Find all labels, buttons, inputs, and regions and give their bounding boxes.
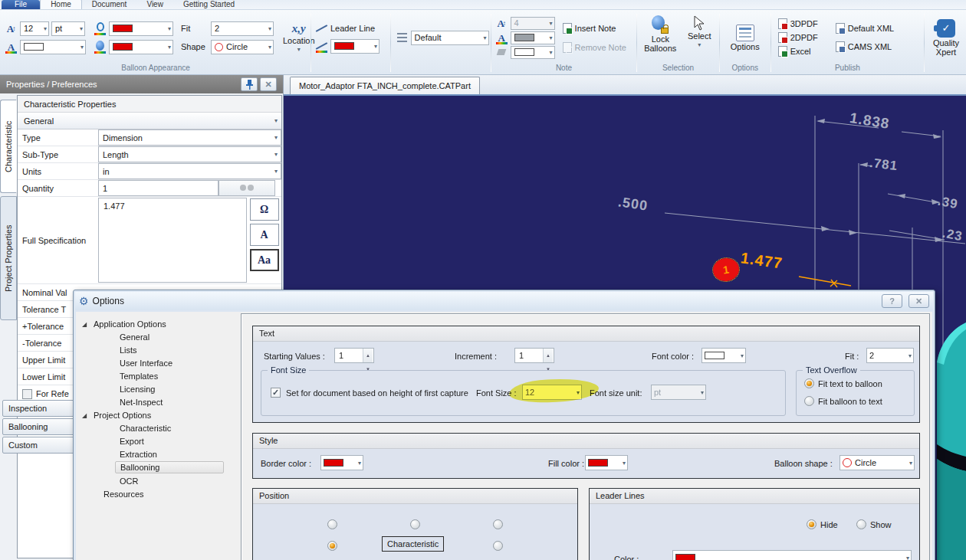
tree-resources[interactable]: Resources bbox=[104, 488, 144, 500]
vtab-characteristic[interactable]: Characteristic bbox=[0, 100, 17, 193]
quantity-link-button[interactable] bbox=[219, 180, 275, 196]
tab-file[interactable]: File bbox=[2, 0, 40, 9]
remove-note-button[interactable]: Remove Note bbox=[560, 41, 629, 54]
select-button[interactable]: Select ▾ bbox=[682, 14, 717, 50]
units-combo[interactable]: in▾ bbox=[98, 163, 281, 179]
options-button[interactable]: Options bbox=[727, 23, 764, 53]
note-font-color-combo[interactable]: ▾ bbox=[511, 31, 555, 44]
ribbon-body: A↕ 12▾ pt▾ A ▾ ▾ bbox=[0, 10, 966, 74]
note-fill-color-combo[interactable]: ▾ bbox=[511, 46, 555, 59]
increment-spinner[interactable]: 1▲▼ bbox=[514, 348, 554, 363]
balloon-font-color-combo[interactable]: ▾ bbox=[20, 40, 86, 54]
dialog-titlebar[interactable]: ⚙ Options ? ✕ bbox=[75, 292, 933, 310]
omega-symbol-button[interactable]: Ω bbox=[250, 198, 279, 221]
group-label-balloon-appearance: Balloon Appearance bbox=[2, 64, 309, 74]
pin-button[interactable] bbox=[241, 77, 258, 91]
leader-color-combo[interactable]: ▾ bbox=[672, 550, 912, 560]
balloon-border-color-combo[interactable]: ▾ bbox=[109, 21, 173, 36]
fit-balloon-to-text-radio[interactable] bbox=[804, 396, 814, 406]
balloon-font-size-combo[interactable]: 12▾ bbox=[20, 21, 49, 36]
publish-3dpdf-button[interactable]: 3DPDF bbox=[775, 18, 821, 30]
increment-label: Increment : bbox=[455, 352, 497, 361]
numbered-list-icon bbox=[396, 31, 409, 44]
vtab-project-properties[interactable]: Project Properties bbox=[0, 196, 17, 320]
position-group-title: Position bbox=[253, 489, 577, 504]
publish-default-xml-button[interactable]: Default XML bbox=[833, 22, 898, 34]
type-combo[interactable]: Dimension▾ bbox=[98, 129, 281, 146]
quality-xpert-button[interactable]: ✓ Quality Xpert bbox=[925, 18, 966, 58]
font-color-combo[interactable]: ▾ bbox=[702, 348, 746, 363]
fit-text-to-balloon-radio[interactable] bbox=[804, 378, 814, 388]
fit-combo[interactable]: 2▾ bbox=[211, 21, 274, 36]
tab-home[interactable]: Home bbox=[40, 0, 82, 9]
position-top-left-radio[interactable] bbox=[327, 519, 337, 529]
position-left-radio[interactable] bbox=[327, 541, 337, 551]
publish-2dpdf-button[interactable]: 2DPDF bbox=[775, 31, 821, 44]
position-top-center-radio[interactable] bbox=[410, 519, 420, 529]
quantity-input[interactable]: 1 bbox=[98, 180, 219, 196]
leader-color-label: Color : bbox=[614, 555, 639, 560]
balloon-font-unit-combo[interactable]: pt▾ bbox=[51, 21, 85, 36]
leader-show-radio[interactable] bbox=[856, 519, 866, 529]
set-for-document-checkbox[interactable]: ✓ bbox=[271, 388, 281, 398]
document-tab[interactable]: Motor_Adaptor FTA_INCH_complete.CATPart bbox=[290, 77, 480, 94]
tree-project-options[interactable]: ◢Project Options bbox=[94, 409, 151, 421]
dialog-help-button[interactable]: ? bbox=[882, 294, 902, 308]
lock-balloons-button[interactable]: Lock Balloons bbox=[639, 14, 682, 54]
tree-licensing[interactable]: Licensing bbox=[120, 383, 155, 395]
group-quality-xpert: ✓ Quality Xpert bbox=[926, 11, 966, 74]
leader-show-label: Show bbox=[870, 520, 892, 529]
panel-close-button[interactable]: ✕ bbox=[260, 77, 277, 91]
subtype-combo[interactable]: Length▾ bbox=[98, 146, 281, 162]
leader-line-color-combo[interactable]: ▾ bbox=[330, 39, 380, 54]
balloon-fill-color-combo[interactable]: ▾ bbox=[109, 40, 173, 54]
tree-user-interface[interactable]: User Interface bbox=[120, 357, 172, 369]
tree-templates[interactable]: Templates bbox=[120, 370, 158, 382]
tree-net-inspect[interactable]: Net-Inspect bbox=[120, 396, 163, 408]
insert-note-button[interactable]: Insert Note bbox=[560, 22, 629, 34]
tab-getting-started[interactable]: Getting Started bbox=[173, 0, 245, 9]
tab-view[interactable]: View bbox=[136, 0, 173, 9]
tree-export[interactable]: Export bbox=[120, 435, 144, 447]
border-color-combo[interactable]: ▾ bbox=[320, 455, 363, 470]
category-dropdown[interactable]: General ▾ bbox=[18, 113, 281, 129]
font-size-icon: A↕ bbox=[5, 22, 18, 35]
starting-values-spinner[interactable]: 1▲▼ bbox=[334, 348, 374, 363]
for-reference-checkbox[interactable] bbox=[22, 389, 32, 399]
font-size-unit-combo[interactable]: pt▾ bbox=[651, 385, 706, 400]
leader-lines-groupbox: Leader Lines Hide Show Color : ▾ bbox=[589, 488, 920, 560]
full-spec-label: Full Specification bbox=[18, 236, 98, 245]
pin-icon bbox=[246, 80, 253, 90]
note-font-size-combo[interactable]: 4▾ bbox=[511, 17, 555, 30]
font-style-button[interactable]: A bbox=[250, 224, 279, 246]
numbering-style-combo[interactable]: Default▾ bbox=[411, 31, 489, 45]
for-reference-label: For Refe bbox=[36, 389, 69, 398]
tree-lists[interactable]: Lists bbox=[120, 344, 137, 356]
pdf-2d-icon bbox=[778, 32, 787, 43]
tree-application-options[interactable]: ◢Application Options bbox=[94, 318, 166, 330]
publish-cams-xml-button[interactable]: CAMS XML bbox=[833, 41, 898, 53]
tree-general[interactable]: General bbox=[120, 331, 150, 343]
dialog-title: Options bbox=[93, 296, 124, 306]
publish-excel-button[interactable]: Excel bbox=[775, 45, 821, 57]
position-right-radio[interactable] bbox=[493, 541, 503, 551]
tree-extraction[interactable]: Extraction bbox=[120, 448, 157, 460]
leader-line-button[interactable]: Leader Line bbox=[315, 22, 380, 35]
group-leader-line: Leader Line ▾ bbox=[313, 11, 389, 74]
dialog-close-button[interactable]: ✕ bbox=[909, 294, 929, 308]
font-case-button[interactable]: Aa bbox=[250, 249, 279, 271]
pdf-3d-icon bbox=[778, 18, 787, 29]
fit-combo[interactable]: 2▾ bbox=[866, 348, 914, 363]
full-spec-textarea[interactable]: 1.477 bbox=[98, 198, 247, 283]
shape-combo[interactable]: Circle▾ bbox=[211, 40, 274, 54]
group-balloon-appearance: A↕ 12▾ pt▾ A ▾ ▾ bbox=[2, 11, 309, 74]
fill-color-combo[interactable]: ▾ bbox=[585, 455, 628, 470]
leader-hide-radio[interactable] bbox=[807, 519, 816, 529]
tree-characteristic[interactable]: Characteristic bbox=[120, 422, 171, 434]
group-numbering: Default▾ bbox=[393, 11, 489, 74]
balloon-shape-combo[interactable]: Circle▾ bbox=[840, 455, 915, 470]
tree-ballooning-selected[interactable]: Ballooning bbox=[115, 461, 224, 473]
tab-document[interactable]: Document bbox=[82, 0, 137, 9]
position-top-right-radio[interactable] bbox=[493, 519, 503, 529]
tree-ocr[interactable]: OCR bbox=[120, 475, 138, 487]
